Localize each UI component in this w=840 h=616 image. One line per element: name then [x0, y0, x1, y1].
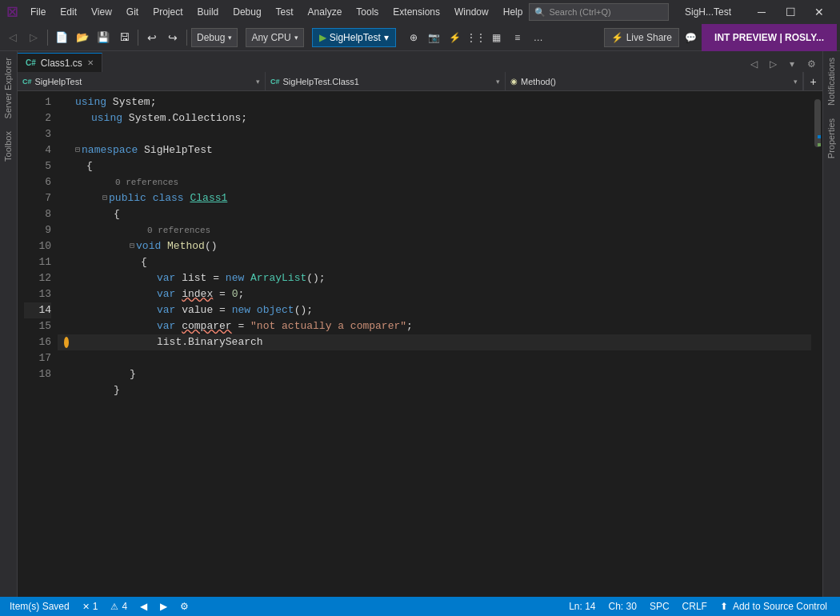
method-icon: ◉ — [510, 77, 518, 86]
properties-panel[interactable]: Properties — [823, 112, 840, 165]
menu-file[interactable]: File — [24, 3, 52, 21]
encoding-info[interactable]: CRLF — [676, 597, 714, 616]
tab-scroll-right[interactable]: ▷ — [765, 56, 781, 72]
menu-help[interactable]: Help — [497, 3, 530, 21]
tab-close-btn[interactable]: ✕ — [87, 58, 94, 67]
col-info-label: Ch: 30 — [609, 601, 637, 612]
scrollbar-indicator-blue — [818, 135, 821, 138]
member-nav-arrow: ▾ — [794, 78, 798, 86]
maximize-button[interactable]: ☐ — [776, 0, 805, 24]
tab-class1[interactable]: C# Class1.cs ✕ — [18, 53, 102, 72]
member-nav-dropdown[interactable]: ◉ Method() ▾ — [506, 72, 803, 91]
col-info[interactable]: Ch: 30 — [602, 597, 643, 616]
toolbar-more2-btn[interactable]: … — [529, 28, 548, 47]
next-nav-icon: ▶ — [160, 601, 167, 612]
file-nav-dropdown[interactable]: C# SigHelpTest.Class1 ▾ — [266, 72, 506, 91]
menu-extensions[interactable]: Extensions — [386, 3, 446, 21]
toolbar-forward-btn[interactable]: ▷ — [24, 28, 43, 47]
menu-tools[interactable]: Tools — [350, 3, 385, 21]
prev-nav-btn[interactable]: ◀ — [137, 597, 150, 616]
menu-view[interactable]: View — [85, 3, 118, 21]
prev-nav-icon: ◀ — [140, 601, 147, 612]
scrollbar-thumb[interactable] — [814, 99, 821, 147]
toolbar-redo-btn[interactable]: ↪ — [163, 28, 182, 47]
warning-status[interactable]: ⚠ 4 — [107, 597, 130, 616]
source-control-button[interactable]: ⬆ Add to Source Control — [714, 597, 834, 616]
vertical-scrollbar[interactable] — [811, 91, 822, 597]
menu-git[interactable]: Git — [120, 3, 145, 21]
token-comparer-string: "not actually a comparer" — [250, 318, 406, 334]
menu-window[interactable]: Window — [448, 3, 495, 21]
server-explorer-panel[interactable]: Server Explorer — [0, 51, 17, 125]
token-method-brace-open: { — [141, 254, 147, 270]
code-line-8-refhint: 0 references — [58, 222, 811, 238]
run-button[interactable]: ▶ SigHelpTest ▾ — [312, 28, 396, 47]
live-share-icon: ⚡ — [611, 32, 623, 43]
code-content[interactable]: using System; using System.Collections; … — [58, 91, 811, 597]
toolbar-undo-btn[interactable]: ↩ — [142, 28, 162, 47]
search-box[interactable]: 🔍 Search (Ctrl+Q) — [529, 3, 669, 21]
toolbar-save-btn[interactable]: 💾 — [94, 28, 113, 47]
nav-bar: C# SigHelpTest ▾ C# SigHelpTest.Class1 ▾… — [18, 72, 822, 91]
token-method-brace-close: } — [130, 366, 136, 382]
menu-build[interactable]: Build — [191, 3, 226, 21]
token-class-name: Class1 — [190, 190, 227, 206]
int-preview-button[interactable]: INT PREVIEW | ROSLY... — [702, 24, 837, 51]
search-placeholder: Search (Ctrl+Q) — [549, 7, 610, 17]
toolbar-feedback-btn[interactable]: 💬 — [681, 28, 700, 47]
toolbar-new-btn[interactable]: 📄 — [52, 28, 71, 47]
platform-dropdown[interactable]: Any CPU ▾ — [246, 28, 303, 47]
menu-test[interactable]: Test — [270, 3, 300, 21]
fold-icon-4[interactable]: ⊟ — [75, 142, 80, 158]
error-status[interactable]: ✕ 1 — [79, 597, 102, 616]
toolbar-saveall-btn[interactable]: 🖫 — [114, 28, 134, 47]
project-nav-arrow: ▾ — [256, 78, 260, 86]
menu-analyze[interactable]: Analyze — [302, 3, 349, 21]
tab-scroll-left[interactable]: ◁ — [746, 56, 762, 72]
nav-add-btn[interactable]: + — [803, 72, 822, 91]
toolbar-attach-btn[interactable]: ⊕ — [404, 28, 423, 47]
fold-icon-8[interactable]: ⊟ — [130, 238, 134, 254]
spacing-info[interactable]: SPC — [643, 597, 676, 616]
minimize-button[interactable]: ─ — [747, 0, 776, 24]
notifications-panel[interactable]: Notifications — [823, 51, 840, 112]
tab-settings-btn[interactable]: ⚙ — [803, 56, 819, 72]
menu-debug[interactable]: Debug — [226, 3, 267, 21]
run-arrow: ▾ — [384, 32, 389, 43]
tab-label: Class1.cs — [41, 58, 82, 69]
menu-edit[interactable]: Edit — [54, 3, 83, 21]
token-semicolon-11: ; — [238, 286, 244, 302]
spacing-label: SPC — [650, 601, 670, 612]
close-button[interactable]: ✕ — [805, 0, 834, 24]
toolbar-back-btn[interactable]: ◁ — [3, 28, 22, 47]
toolbar-grid-btn[interactable]: ⋮⋮ — [466, 28, 486, 47]
warning-count: 4 — [122, 601, 127, 612]
token-new1: new — [226, 270, 244, 286]
toolbar-more-btn[interactable]: ≡ — [508, 28, 527, 47]
debug-config-dropdown[interactable]: Debug ▾ — [191, 28, 238, 47]
toolbar-screenshot-btn[interactable]: 📷 — [425, 28, 444, 47]
code-line-11: var index = 0; — [58, 286, 811, 302]
token-method-name: Method — [167, 238, 205, 254]
tab-bar: C# Class1.cs ✕ ◁ ▷ ▾ ⚙ — [18, 51, 822, 72]
toolbar-open-btn[interactable]: 📂 — [73, 28, 92, 47]
next-nav-btn[interactable]: ▶ — [157, 597, 170, 616]
fold-icon-6[interactable]: ⊟ — [102, 190, 107, 206]
token-using2: using — [91, 110, 122, 126]
menu-project[interactable]: Project — [146, 3, 189, 21]
toolbar-perf-btn[interactable]: ⚡ — [446, 28, 465, 47]
live-share-button[interactable]: ⚡ Live Share — [604, 28, 679, 47]
project-nav-dropdown[interactable]: C# SigHelpTest ▾ — [18, 72, 266, 91]
nav-options-btn[interactable]: ⚙ — [177, 597, 192, 616]
code-line-16: } — [58, 366, 811, 382]
token-using: using — [75, 94, 106, 110]
toolbox-panel[interactable]: Toolbox — [0, 125, 17, 168]
saved-status[interactable]: Item(s) Saved — [6, 597, 73, 616]
token-index: index — [182, 286, 213, 302]
token-var-comparer: var — [157, 318, 175, 334]
tab-dropdown[interactable]: ▾ — [784, 56, 800, 72]
line-info[interactable]: Ln: 14 — [562, 597, 602, 616]
toolbar-layout-btn[interactable]: ▦ — [487, 28, 506, 47]
code-line-6-group: 0 references ⊟ public class Class1 — [58, 174, 811, 206]
platform-label: Any CPU — [251, 32, 290, 43]
